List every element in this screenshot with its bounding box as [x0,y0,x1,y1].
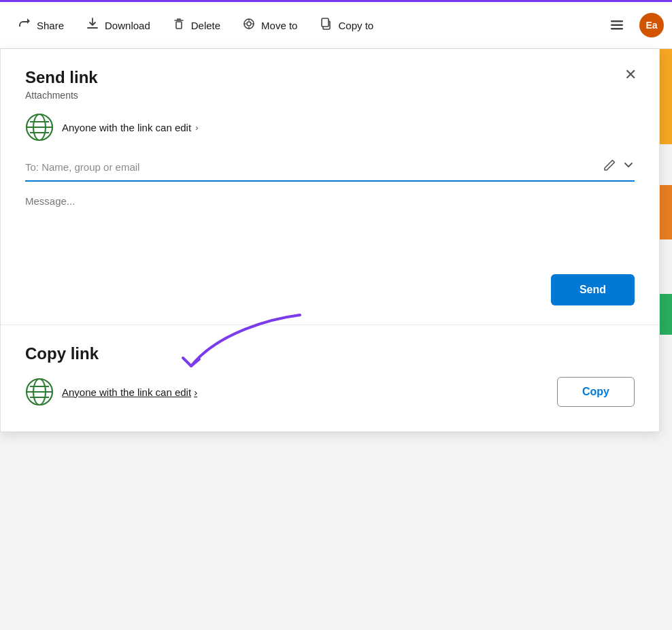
orange-bar [660,185,672,239]
copy-permission-chevron: › [194,386,197,398]
share-button[interactable]: Share [8,12,73,39]
pencil-icon[interactable] [602,158,617,176]
copy-to-label: Copy to [338,20,373,31]
green-bar [660,294,672,335]
field-icons [602,158,635,176]
download-button[interactable]: Download [76,12,160,39]
move-to-icon [242,17,256,34]
delete-button[interactable]: Delete [163,12,230,39]
send-label: Send [579,284,606,295]
more-options-button[interactable] [600,12,634,38]
download-icon [86,17,99,34]
send-link-title: Send link [25,68,635,87]
copy-link-permission-label: Anyone with the link can edit [62,386,191,398]
copy-link-section: Copy link Any [1,325,659,431]
right-bars [660,49,672,630]
yellow-bar [660,49,672,144]
toolbar-right: Ea [600,12,664,38]
delete-icon [172,17,186,34]
copy-label: Copy [582,386,609,397]
send-permission-label: Anyone with the link can edit [62,122,191,133]
copy-globe-icon[interactable] [25,378,54,406]
move-to-label: Move to [261,20,297,31]
copy-link-left: Anyone with the link can edit › [25,378,197,406]
svg-point-2 [247,22,251,26]
send-permission-text[interactable]: Anyone with the link can edit › [62,122,198,133]
download-label: Download [105,20,150,31]
move-to-button[interactable]: Move to [233,12,307,39]
globe-icon[interactable] [25,113,54,142]
copy-to-button[interactable]: Copy to [309,12,383,39]
toolbar: Share Download Delete Move to [0,0,672,49]
copy-link-title: Copy link [25,344,635,363]
close-button[interactable]: ✕ [618,63,643,87]
to-input[interactable] [25,161,602,173]
send-link-section: ✕ Send link Attachments Anyone with the … [1,49,659,325]
send-button[interactable]: Send [551,274,635,305]
svg-rect-0 [176,22,182,29]
copy-to-icon [319,17,333,34]
send-btn-row: Send [25,274,635,305]
chevron-down-icon[interactable] [622,159,635,175]
copy-link-row: Anyone with the link can edit › Copy [25,377,635,407]
svg-rect-5 [611,20,623,22]
svg-rect-6 [611,24,623,27]
avatar[interactable]: Ea [639,13,664,37]
copy-button[interactable]: Copy [557,377,635,407]
share-icon [18,17,31,34]
copy-link-permission[interactable]: Anyone with the link can edit › [62,386,197,398]
delete-label: Delete [191,20,220,31]
send-permission-chevron: › [195,122,198,133]
main-area: ✕ Send link Attachments Anyone with the … [0,49,672,630]
to-field-row [25,158,635,182]
send-link-subtitle: Attachments [25,90,635,101]
share-label: Share [37,20,64,31]
close-icon: ✕ [624,66,637,84]
share-panel: ✕ Send link Attachments Anyone with the … [0,49,660,432]
send-permission-row: Anyone with the link can edit › [25,113,635,142]
message-input[interactable] [25,195,635,250]
svg-rect-4 [322,18,329,27]
avatar-initials: Ea [645,20,657,31]
svg-rect-7 [611,28,623,30]
